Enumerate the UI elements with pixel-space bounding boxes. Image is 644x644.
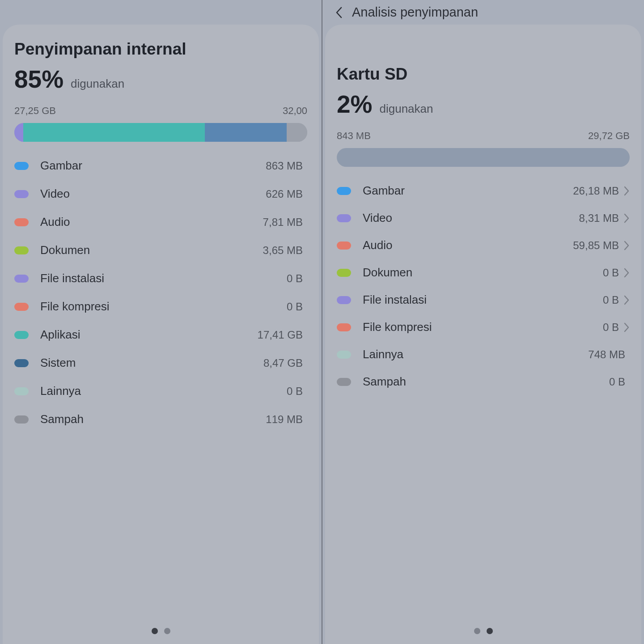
category-dot-icon	[14, 246, 29, 254]
category-row-file-kompresi[interactable]: File kompresi0 B	[337, 320, 630, 334]
category-row-audio[interactable]: Audio59,85 MB	[337, 238, 630, 252]
header-bar: Analisis penyimpanan	[322, 0, 644, 25]
usage-percent: 85%	[14, 65, 64, 93]
category-label: Lainnya	[363, 347, 588, 361]
category-dot-icon	[337, 214, 351, 222]
category-label: Sistem	[40, 356, 263, 370]
category-row-video[interactable]: Video8,31 MB	[337, 211, 630, 225]
category-row-video: Video626 MB	[14, 187, 307, 201]
category-dot-icon	[337, 242, 351, 250]
category-dot-icon	[14, 359, 29, 367]
category-label: Lainnya	[40, 384, 287, 398]
chevron-right-icon	[623, 322, 630, 332]
category-size: 59,85 MB	[573, 239, 619, 252]
internal-storage-pane: Penyimpanan internal 85% digunakan 27,25…	[0, 0, 322, 644]
usage-label: digunakan	[380, 102, 433, 116]
pager-dot[interactable]	[474, 628, 480, 634]
category-row-gambar: Gambar863 MB	[14, 159, 307, 173]
category-row-aplikasi: Aplikasi17,41 GB	[14, 328, 307, 342]
category-size: 0 B	[287, 385, 303, 398]
category-label: Video	[363, 211, 579, 225]
bar-segment	[337, 148, 630, 167]
category-dot-icon	[14, 387, 29, 395]
chevron-left-icon	[335, 7, 343, 18]
bar-segment	[205, 123, 287, 142]
category-dot-icon	[14, 275, 29, 283]
page-indicator[interactable]	[3, 628, 319, 634]
category-row-sistem: Sistem8,47 GB	[14, 356, 307, 370]
category-dot-icon	[337, 378, 351, 386]
pager-dot[interactable]	[164, 628, 170, 634]
category-label: Dokumen	[363, 266, 603, 280]
category-dot-icon	[337, 187, 351, 195]
size-row: 27,25 GB 32,00	[14, 105, 307, 117]
category-size: 17,41 GB	[258, 329, 303, 341]
category-size: 0 B	[603, 321, 619, 334]
sd-storage-pane: Analisis penyimpanan Kartu SD 2% digunak…	[322, 0, 644, 644]
category-label: File kompresi	[363, 320, 603, 334]
chevron-right-icon	[623, 241, 630, 250]
category-size: 0 B	[287, 301, 303, 313]
category-dot-icon	[337, 296, 351, 304]
category-dot-icon	[337, 269, 351, 277]
chevron-right-icon	[623, 186, 630, 196]
back-button[interactable]	[332, 6, 346, 19]
category-row-file-kompresi: File kompresi0 B	[14, 300, 307, 314]
category-size: 119 MB	[266, 413, 303, 426]
screen-title: Analisis penyimpanan	[352, 5, 478, 20]
category-label: Video	[40, 187, 266, 201]
category-row-sampah: Sampah0 B	[337, 375, 630, 389]
category-label: Aplikasi	[40, 328, 258, 342]
used-size: 27,25 GB	[14, 105, 56, 117]
category-dot-icon	[337, 351, 351, 359]
category-list: Gambar26,18 MBVideo8,31 MBAudio59,85 MBD…	[337, 184, 630, 389]
pager-dot[interactable]	[487, 628, 493, 634]
category-dot-icon	[14, 162, 29, 170]
usage-percent-row: 85% digunakan	[14, 65, 307, 93]
category-label: Audio	[363, 238, 573, 252]
page-indicator[interactable]	[325, 628, 641, 634]
category-row-file-instalasi: File instalasi0 B	[14, 271, 307, 285]
usage-percent: 2%	[337, 90, 373, 119]
storage-bar	[337, 148, 630, 167]
category-row-dokumen: Dokumen3,65 MB	[14, 243, 307, 257]
category-label: Dokumen	[40, 243, 263, 257]
category-size: 626 MB	[266, 188, 303, 200]
category-size: 748 MB	[588, 348, 625, 361]
total-size: 29,72 GB	[588, 130, 630, 142]
total-size: 32,00	[283, 105, 307, 117]
chevron-right-icon	[623, 268, 630, 278]
category-label: Sampah	[363, 375, 609, 389]
category-size: 7,81 MB	[263, 216, 303, 229]
category-size: 3,65 MB	[263, 244, 303, 257]
chevron-right-icon	[623, 295, 630, 305]
storage-title: Penyimpanan internal	[14, 40, 307, 59]
category-size: 863 MB	[266, 160, 303, 172]
category-size: 0 B	[287, 272, 303, 285]
category-label: File instalasi	[363, 293, 603, 307]
category-dot-icon	[14, 415, 29, 424]
category-dot-icon	[14, 190, 29, 198]
bar-segment	[287, 123, 307, 142]
category-dot-icon	[14, 331, 29, 339]
storage-title: Kartu SD	[337, 65, 630, 84]
category-label: File kompresi	[40, 300, 287, 314]
category-row-sampah: Sampah119 MB	[14, 412, 307, 426]
category-row-lainnya: Lainnya748 MB	[337, 347, 630, 361]
category-list: Gambar863 MBVideo626 MBAudio7,81 MBDokum…	[14, 159, 307, 426]
category-row-gambar[interactable]: Gambar26,18 MB	[337, 184, 630, 198]
bar-segment	[23, 123, 205, 142]
category-dot-icon	[337, 323, 351, 331]
category-size: 0 B	[609, 376, 625, 388]
category-row-dokumen[interactable]: Dokumen0 B	[337, 266, 630, 280]
category-label: Gambar	[40, 159, 266, 173]
size-row: 843 MB 29,72 GB	[337, 130, 630, 142]
internal-storage-card: Penyimpanan internal 85% digunakan 27,25…	[3, 25, 319, 644]
category-row-lainnya: Lainnya0 B	[14, 384, 307, 398]
category-label: Gambar	[363, 184, 573, 198]
category-row-file-instalasi[interactable]: File instalasi0 B	[337, 293, 630, 307]
category-size: 0 B	[603, 294, 619, 306]
category-size: 26,18 MB	[573, 185, 619, 197]
pager-dot[interactable]	[152, 628, 158, 634]
category-size: 0 B	[603, 267, 619, 279]
